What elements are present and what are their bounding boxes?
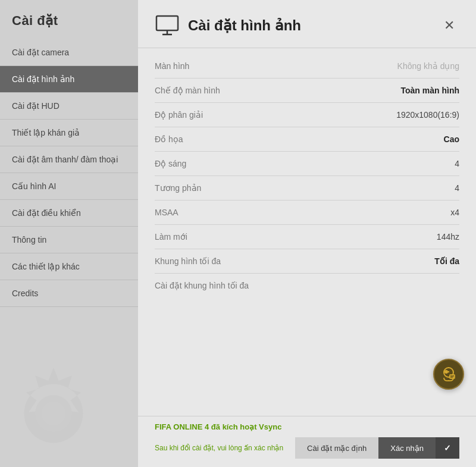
monitor-icon	[155, 13, 180, 38]
confirm-button-label: Xác nhận	[378, 438, 436, 459]
svg-point-0	[35, 395, 72, 432]
footer-hint: Sau khi đổi cài đặt, vui lòng ấn xác nhậ…	[155, 444, 283, 452]
sidebar: Cài đặt Cài đặt cameraCài đặt hình ảnhCà…	[0, 0, 138, 467]
settings-value-contrast: 4	[352, 183, 459, 193]
sidebar-gear-decoration	[0, 360, 138, 467]
sidebar-item-display[interactable]: Cài đặt hình ảnh	[0, 66, 138, 93]
confirm-button[interactable]: Xác nhận ✓	[378, 437, 459, 459]
sidebar-item-audio[interactable]: Cài đặt âm thanh/ đàm thoại	[0, 146, 138, 173]
sidebar-item-ai[interactable]: Cấu hình AI	[0, 173, 138, 200]
settings-table: Màn hìnhKhông khả dụngChế độ màn hìnhToà…	[138, 48, 476, 416]
default-settings-button[interactable]: Cài đặt mặc định	[295, 437, 378, 459]
settings-value-resolution: 1920x1080(16:9)	[352, 110, 459, 120]
settings-value-display_mode: Toàn màn hình	[352, 86, 459, 95]
settings-label-graphics: Đồ họa	[155, 134, 352, 144]
settings-label-resolution: Độ phân giải	[155, 110, 352, 120]
settings-row-max_fps: Khung hình tối đaTối đa	[155, 249, 459, 274]
settings-label-brightness: Độ sáng	[155, 159, 352, 168]
settings-value-brightness: 4	[352, 159, 459, 168]
sidebar-item-hud[interactable]: Cài đặt HUD	[0, 93, 138, 120]
svg-point-1	[42, 402, 65, 425]
settings-row-contrast: Tương phản4	[155, 176, 459, 200]
footer-actions: Sau khi đổi cài đặt, vui lòng ấn xác nhậ…	[155, 437, 459, 459]
settings-label-display_mode: Chế độ màn hình	[155, 86, 352, 95]
sidebar-item-credits[interactable]: Credits	[0, 280, 138, 307]
settings-row-display_mode: Chế độ màn hìnhToàn màn hình	[155, 79, 459, 103]
settings-row-msaa: MSAAx4	[155, 200, 459, 225]
settings-label-max_fps: Khung hình tối đa	[155, 256, 352, 266]
settings-row-monitor: Màn hìnhKhông khả dụng	[155, 54, 459, 79]
sidebar-item-controls[interactable]: Cài đặt điều khiển	[0, 200, 138, 227]
settings-value-refresh: 144hz	[352, 232, 459, 242]
sidebar-item-camera[interactable]: Cài đặt camera	[0, 39, 138, 66]
settings-label-refresh: Làm mới	[155, 232, 352, 242]
settings-value-max_fps: Tối đa	[352, 256, 459, 266]
settings-row-brightness: Độ sáng4	[155, 152, 459, 176]
settings-value-graphics: Cao	[352, 134, 459, 144]
confirm-check-icon: ✓	[436, 437, 459, 459]
vsync-message: FIFA ONLINE 4 đã kích hoạt Vsync	[155, 422, 459, 431]
footer-buttons: Cài đặt mặc định Xác nhận ✓	[295, 437, 459, 459]
settings-value-msaa: x4	[352, 208, 459, 217]
sidebar-item-audience[interactable]: Thiết lập khán giả	[0, 120, 138, 146]
settings-row-resolution: Độ phân giải1920x1080(16:9)	[155, 103, 459, 127]
svg-rect-5	[156, 16, 178, 30]
svg-point-8	[448, 371, 449, 372]
sidebar-title: Cài đặt	[0, 0, 138, 39]
main-footer: FIFA ONLINE 4 đã kích hoạt Vsync Sau khi…	[138, 416, 476, 467]
settings-label-msaa: MSAA	[155, 208, 352, 217]
svg-point-7	[444, 370, 448, 374]
settings-row-fps_setting: Cài đặt khung hình tối đa	[155, 274, 459, 297]
main-title: Cài đặt hình ảnh	[188, 17, 301, 34]
svg-rect-9	[449, 374, 455, 379]
settings-row-graphics: Đồ họaCao	[155, 127, 459, 152]
sidebar-item-other[interactable]: Các thiết lập khác	[0, 253, 138, 280]
settings-value-monitor: Không khả dụng	[352, 61, 459, 71]
settings-label-contrast: Tương phản	[155, 183, 352, 193]
main-panel: Cài đặt hình ảnh ✕ Màn hìnhKhông khả dụn…	[138, 0, 476, 467]
close-button[interactable]: ✕	[439, 17, 459, 35]
settings-label-monitor: Màn hình	[155, 61, 352, 71]
settings-label-fps_setting: Cài đặt khung hình tối đa	[155, 281, 459, 290]
settings-row-refresh: Làm mới144hz	[155, 225, 459, 249]
main-header: Cài đặt hình ảnh ✕	[138, 0, 476, 48]
sidebar-item-info[interactable]: Thông tin	[0, 227, 138, 253]
chat-button[interactable]	[433, 359, 464, 390]
header-left: Cài đặt hình ảnh	[155, 13, 301, 38]
